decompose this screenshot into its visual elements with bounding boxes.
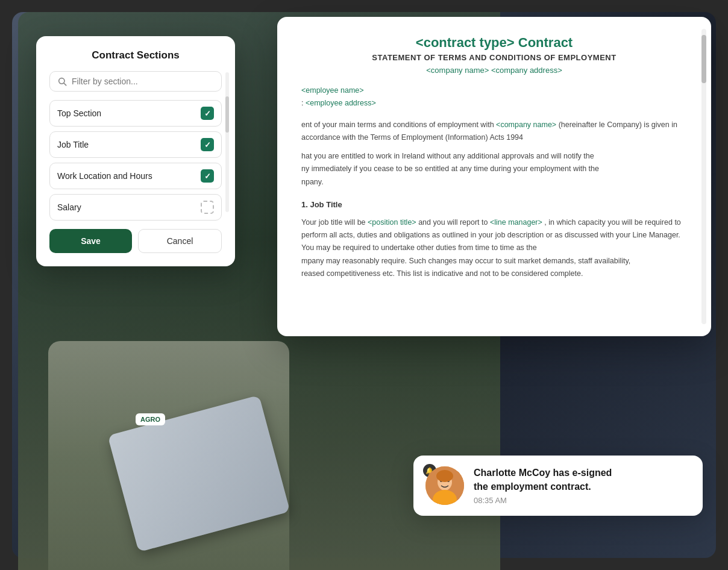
avatar-svg (425, 466, 464, 505)
checkbox-work-location[interactable] (201, 169, 214, 183)
checkbox-job-title[interactable] (201, 138, 214, 151)
employee-name-var: <employee name> (301, 86, 364, 95)
contract-title-area: <contract type> Contract STATEMENT OF TE… (301, 35, 687, 75)
section-work-location-label: Work Location and Hours (57, 171, 152, 181)
employee-address-var: <employee address> (306, 99, 376, 107)
contract-entitlement-para: hat you are entitled to work in Ireland … (301, 150, 687, 189)
svg-point-7 (436, 470, 453, 482)
notification-name: Charlotte McCoy has e-signed the employm… (474, 466, 691, 493)
employee-section: <employee name> : <employee address> (301, 84, 687, 110)
notification-avatar (425, 466, 464, 505)
notification-time: 08:35 AM (474, 496, 691, 505)
section-salary-label: Salary (57, 202, 81, 212)
contract-sections-modal: Contract Sections Top Section Job Title … (36, 36, 235, 266)
job-title-section-heading: 1. Job Title (301, 198, 687, 211)
search-box[interactable] (49, 71, 222, 92)
notification-icon-area: 🔔 (425, 466, 464, 505)
notification-text: Charlotte McCoy has e-signed the employm… (474, 466, 691, 505)
notification-toast: 🔔 Charlotte McCoy has e-signed the emplo… (413, 456, 703, 516)
section-item-job-title[interactable]: Job Title (49, 131, 222, 158)
agro-badge: AGRO (136, 413, 165, 425)
svg-line-1 (64, 83, 66, 86)
section-job-title-label: Job Title (57, 140, 89, 149)
checkbox-top-section[interactable] (201, 107, 214, 120)
contract-company-line: <company name> <company address> (301, 66, 687, 75)
avatar-face (425, 466, 464, 505)
modal-scroll-thumb[interactable] (225, 96, 229, 133)
modal-buttons: Save Cancel (49, 229, 222, 253)
contract-subtitle: STATEMENT OF TERMS AND CONDITIONS OF EMP… (301, 53, 687, 62)
save-button[interactable]: Save (49, 229, 132, 253)
section-top-label: Top Section (57, 108, 101, 118)
contract-type-tag: <contract type> Contract (301, 35, 687, 51)
section-item-work-location[interactable]: Work Location and Hours (49, 163, 222, 189)
modal-title: Contract Sections (49, 49, 222, 61)
contract-intro-para: ent of your main terms and conditions of… (301, 119, 687, 145)
contract-panel: <contract type> Contract STATEMENT OF TE… (277, 17, 711, 336)
checkbox-salary[interactable] (201, 201, 214, 214)
section-item-salary[interactable]: Salary (49, 194, 222, 221)
employee-address-prefix: : (301, 99, 306, 107)
search-icon (57, 77, 67, 86)
section-item-top-section[interactable]: Top Section (49, 100, 222, 127)
cancel-button[interactable]: Cancel (138, 229, 222, 253)
modal-scroll-track[interactable] (225, 72, 229, 212)
contract-body: <employee name> : <employee address> ent… (301, 84, 687, 280)
contract-scrollbar-thumb[interactable] (701, 35, 706, 83)
job-title-para: Your job title will be <position title> … (301, 216, 687, 280)
section-search-input[interactable] (72, 77, 214, 86)
contract-scrollbar[interactable] (701, 29, 706, 324)
